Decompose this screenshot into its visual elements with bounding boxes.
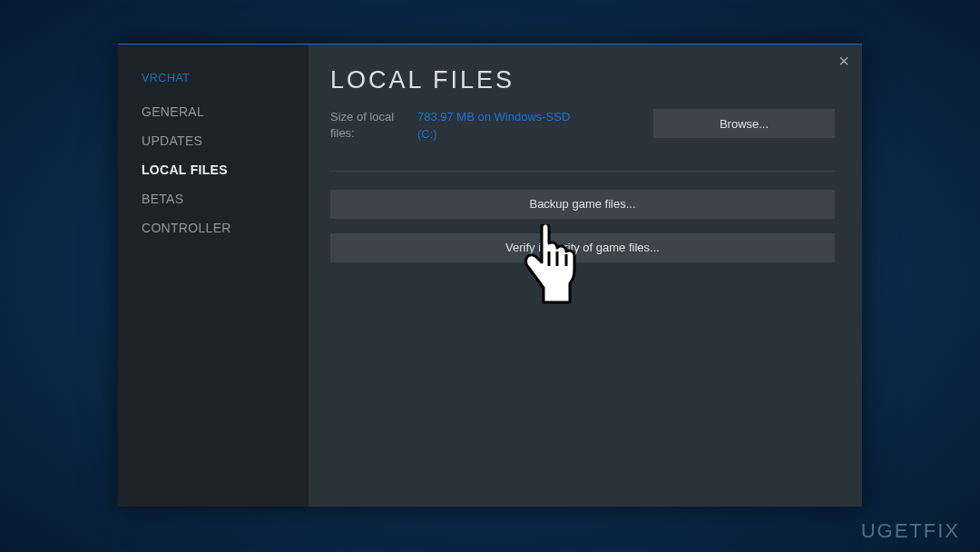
sidebar-item-updates[interactable]: UPDATES — [142, 133, 309, 148]
size-label: Size of local files: — [330, 109, 408, 141]
sidebar: VRCHAT GENERAL UPDATES LOCAL FILES BETAS… — [118, 44, 309, 507]
divider — [330, 171, 835, 172]
page-title: LOCAL FILES — [330, 66, 835, 94]
size-line2: (C:) — [417, 127, 437, 141]
sidebar-item-betas[interactable]: BETAS — [142, 192, 309, 206]
size-value[interactable]: 783.97 MB on Windows-SSD (C:) — [417, 109, 599, 143]
game-title: VRCHAT — [142, 72, 309, 84]
browse-button[interactable]: Browse... — [653, 109, 835, 138]
sidebar-item-local-files[interactable]: LOCAL FILES — [142, 163, 309, 177]
backup-game-files-button[interactable]: Backup game files... — [330, 190, 835, 219]
close-button[interactable]: × — [838, 52, 849, 70]
size-line1: 783.97 MB on Windows-SSD — [417, 110, 570, 123]
sidebar-item-controller[interactable]: CONTROLLER — [142, 221, 309, 235]
size-info-row: Size of local files: 783.97 MB on Window… — [330, 109, 835, 143]
properties-window: VRCHAT GENERAL UPDATES LOCAL FILES BETAS… — [118, 44, 862, 507]
watermark: UGETFIX — [861, 519, 960, 543]
content-area: × LOCAL FILES Size of local files: 783.9… — [309, 44, 862, 507]
verify-integrity-button[interactable]: Verify integrity of game files... — [330, 233, 835, 262]
sidebar-item-general[interactable]: GENERAL — [142, 104, 309, 119]
